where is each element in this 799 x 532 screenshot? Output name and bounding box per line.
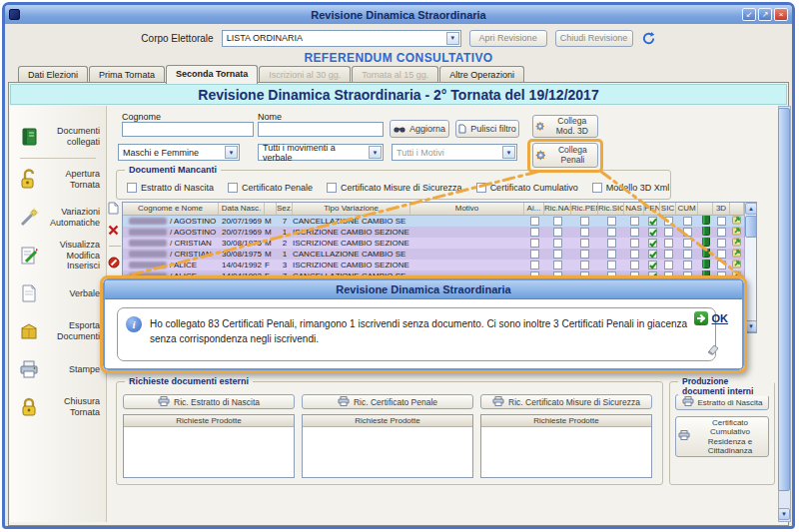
checkbox-icon[interactable] xyxy=(683,228,692,237)
column-header-ric-sic[interactable]: Ric.SIC xyxy=(598,203,624,215)
apri-revisione-button[interactable]: Apri Revisione xyxy=(469,30,547,47)
checkbox-icon[interactable] xyxy=(648,261,657,269)
nome-input[interactable] xyxy=(258,122,384,137)
checkbox-icon[interactable] xyxy=(717,228,726,237)
chiudi-revisione-button[interactable]: Chiudi Revisione xyxy=(555,30,633,47)
prod-button-certificato-cumulativo-residenza-e-cittadinanza[interactable]: Certificato Cumulativo Residenza e Citta… xyxy=(675,416,769,457)
table-scrollbar-thumb[interactable] xyxy=(745,216,757,238)
checkbox-icon[interactable] xyxy=(530,250,539,259)
table-row[interactable]: / CRISTIAN30/08/1975M1CANCELLAZIONE CAMB… xyxy=(123,249,744,260)
checkbox-icon[interactable] xyxy=(607,261,616,269)
checkbox-icon[interactable] xyxy=(630,228,639,237)
checkbox-icon[interactable] xyxy=(553,250,562,259)
checkbox-icon[interactable] xyxy=(607,239,616,248)
checkbox-icon[interactable] xyxy=(630,261,639,269)
close-button[interactable]: × xyxy=(774,8,788,21)
chevron-down-icon[interactable]: ▼ xyxy=(446,32,459,45)
sidebar-item-verbale[interactable]: Verbale xyxy=(10,274,106,312)
checkbox-icon[interactable] xyxy=(683,217,692,226)
checkbox-certificato-penale[interactable]: Certificato Penale xyxy=(228,183,313,193)
checkbox-icon[interactable] xyxy=(717,261,726,269)
dialog-ok-button[interactable]: OK xyxy=(694,311,729,325)
checkbox-icon[interactable] xyxy=(580,261,589,269)
checkbox-icon[interactable] xyxy=(648,228,657,237)
table-row[interactable]: / CRISTIAN30/08/1975M2ISCRIZIONE CAMBIO … xyxy=(123,238,744,249)
checkbox-icon[interactable] xyxy=(530,217,539,226)
movimenti-select[interactable]: Tutti i movimenti a verbale ▼ xyxy=(258,144,384,161)
checkbox-icon[interactable] xyxy=(580,228,589,237)
block-record-icon[interactable] xyxy=(108,257,122,268)
tab-altre-operazioni[interactable]: Altre Operazioni xyxy=(439,66,524,83)
checkbox-icon[interactable] xyxy=(553,217,562,226)
sesso-select[interactable]: Maschi e Femmine ▼ xyxy=(118,144,240,161)
column-header-ric-pen[interactable]: Ric.PEN xyxy=(571,203,598,215)
cognome-input[interactable] xyxy=(122,122,254,137)
column-header-blank[interactable] xyxy=(730,203,744,215)
column-header-3d[interactable]: 3D xyxy=(713,203,730,215)
column-header-nas[interactable]: NAS xyxy=(624,203,644,215)
checkbox-icon[interactable] xyxy=(664,239,673,248)
richieste-prodotte-list[interactable]: Richieste Prodotte xyxy=(480,414,652,478)
checkbox-icon[interactable] xyxy=(592,183,602,193)
checkbox-icon[interactable] xyxy=(530,239,539,248)
checkbox-icon[interactable] xyxy=(607,250,616,259)
pulisci-filtro-button[interactable]: Pulisci filtro xyxy=(455,120,519,138)
checkbox-icon[interactable] xyxy=(717,239,726,248)
checkbox-estratto-di-nascita[interactable]: Estratto di Nascita xyxy=(127,183,214,193)
scroll-up-icon[interactable]: ▲ xyxy=(745,203,757,215)
column-header-tipo-variazione[interactable]: Tipo Variazione xyxy=(293,203,410,215)
checkbox-icon[interactable] xyxy=(664,261,673,269)
checkbox-certificato-misure-di-sicurezza[interactable]: Certificato Misure di Sicurezza xyxy=(327,183,462,193)
checkbox-icon[interactable] xyxy=(717,250,726,259)
checkbox-icon[interactable] xyxy=(127,183,137,193)
sidebar-item-chiusura-tornata[interactable]: Chiusura Tornata xyxy=(10,388,106,426)
richieste-prodotte-list[interactable]: Richieste Prodotte xyxy=(302,414,473,478)
column-header-blank[interactable] xyxy=(265,203,277,215)
checkbox-icon[interactable] xyxy=(630,217,639,226)
checkbox-icon[interactable] xyxy=(327,183,337,193)
checkbox-icon[interactable] xyxy=(630,239,639,248)
column-header-sez-[interactable]: Sez. xyxy=(277,203,293,215)
checkbox-icon[interactable] xyxy=(607,228,616,237)
sidebar-item-documenti-collegati[interactable]: Documenti collegati xyxy=(10,118,106,156)
checkbox-icon[interactable] xyxy=(580,239,589,248)
table-row[interactable]: / ALICE14/04/1992F3ISCRIZIONE CAMBIO SEZ… xyxy=(123,260,744,270)
checkbox-icon[interactable] xyxy=(683,250,692,259)
column-header-motivo[interactable]: Motivo xyxy=(410,203,524,215)
checkbox-modello-3d-xml[interactable]: Modello 3D Xml xyxy=(592,183,670,193)
checkbox-icon[interactable] xyxy=(630,250,639,259)
checkbox-icon[interactable] xyxy=(607,217,616,226)
chevron-down-icon[interactable]: ▼ xyxy=(369,146,382,159)
checkbox-icon[interactable] xyxy=(476,183,486,193)
ric-button-ric-estratto-di-nascita[interactable]: Ric. Estratto di Nascita xyxy=(123,394,295,409)
column-header-ric-nas[interactable]: Ric.NAS xyxy=(544,203,571,215)
checkbox-icon[interactable] xyxy=(580,217,589,226)
checkbox-icon[interactable] xyxy=(648,250,657,259)
column-header-cum[interactable]: CUM xyxy=(676,203,698,215)
checkbox-icon[interactable] xyxy=(553,261,562,269)
tab-dati-elezioni[interactable]: Dati Elezioni xyxy=(18,66,88,83)
aggiorna-button[interactable]: Aggiorna xyxy=(390,120,449,138)
corpo-elettorale-select[interactable]: LISTA ORDINARIA ▼ xyxy=(222,30,461,47)
sidebar-item-visualizza-modifica-inserisci[interactable]: Visualizza Modifica Inserisci xyxy=(10,237,106,274)
collega-mod-3d-button[interactable]: Collega Mod. 3D xyxy=(532,115,598,138)
delete-record-icon[interactable] xyxy=(108,225,122,236)
checkbox-icon[interactable] xyxy=(664,217,673,226)
column-header-ai-[interactable]: Ai... xyxy=(524,203,544,215)
column-header-data-nasc-[interactable]: Data Nasc. xyxy=(219,203,265,215)
sidebar-item-apertura-tornata[interactable]: Apertura Tornata xyxy=(10,161,106,199)
checkbox-icon[interactable] xyxy=(683,261,692,269)
checkbox-certificato-cumulativo[interactable]: Certificato Cumulativo xyxy=(476,183,578,193)
main-scrollbar-thumb[interactable] xyxy=(778,108,790,491)
maximize-button[interactable]: ↗ xyxy=(758,8,772,21)
chevron-down-icon[interactable]: ▼ xyxy=(225,146,238,159)
new-record-icon[interactable] xyxy=(108,202,122,215)
column-header-cognome-e-nome[interactable]: Cognome e Nome xyxy=(123,203,219,215)
checkbox-icon[interactable] xyxy=(683,239,692,248)
checkbox-icon[interactable] xyxy=(530,228,539,237)
scroll-down-icon[interactable]: ▼ xyxy=(778,508,790,520)
table-row[interactable]: / AGOSTINO20/07/1969M1ISCRIZIONE CAMBIO … xyxy=(123,227,744,238)
minimize-button[interactable]: ↙ xyxy=(742,8,756,21)
table-row[interactable]: / AGOSTINO20/07/1969M7CANCELLAZIONE CAMB… xyxy=(123,216,744,227)
ric-button-ric-certificato-misure-di-sicurezza[interactable]: Ric. Certificato Misure di Sicurezza xyxy=(480,394,652,409)
